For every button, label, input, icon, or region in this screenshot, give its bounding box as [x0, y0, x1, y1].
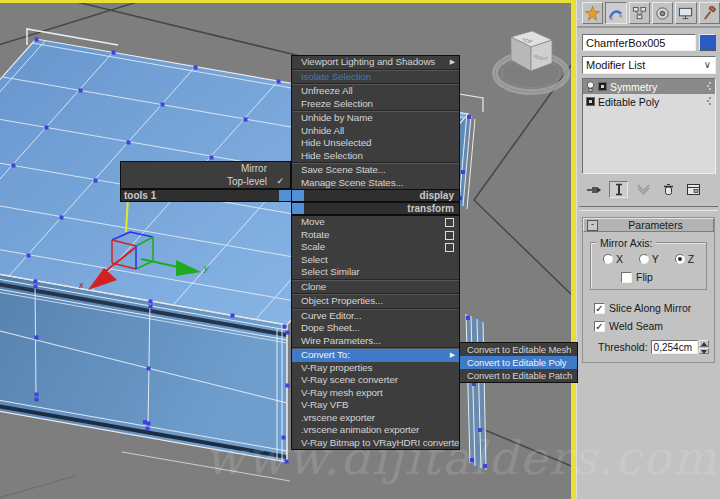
mirror-axis-group: Mirror Axis: X Y Z	[590, 242, 707, 290]
menu-item-convert-to-editable-poly[interactable]: Convert to Editable Poly	[460, 356, 577, 369]
menu-item-v-ray-scene-converter[interactable]: V-Ray scene converter	[292, 374, 459, 387]
pin-stack-button[interactable]	[584, 181, 603, 198]
flip-checkbox-row[interactable]: Flip	[621, 271, 702, 283]
menu-item-label: Mirror	[241, 163, 267, 174]
lightbulb-icon[interactable]	[586, 81, 595, 93]
menu-item-move[interactable]: Move	[292, 216, 459, 229]
menu-item-hide-selection[interactable]: Hide Selection	[292, 150, 459, 163]
settings-box-icon[interactable]	[445, 243, 454, 252]
submenu-arrow-icon: ▶	[450, 56, 455, 69]
menu-item-convert-to-editable-mesh[interactable]: Convert to Editable Mesh	[460, 343, 577, 356]
menu-item-scale[interactable]: Scale	[292, 241, 459, 254]
menu-item-unhide-all[interactable]: Unhide All	[292, 125, 459, 138]
mirror-axis-group-label: Mirror Axis:	[597, 237, 656, 249]
modifier-list-dropdown[interactable]: Modifier List ∨	[582, 56, 716, 74]
utilities-icon	[702, 6, 717, 21]
tab-modify[interactable]	[605, 2, 626, 24]
remove-modifier-button[interactable]	[659, 181, 678, 198]
menu-item-top-level[interactable]: Top-level ✓	[121, 175, 290, 188]
menu-item-v-ray-vfb[interactable]: V-Ray VFB	[292, 399, 459, 412]
tab-create[interactable]	[582, 2, 603, 24]
menu-item-label: Dope Sheet...	[301, 322, 360, 333]
menu-item-freeze-selection[interactable]: Freeze Selection	[292, 98, 459, 111]
panel-divider	[579, 206, 718, 211]
stack-row-editable-poly[interactable]: Editable Poly	[583, 94, 715, 109]
menu-item-convert-to[interactable]: Convert To:▶	[292, 349, 459, 362]
tab-row-divider	[577, 26, 720, 28]
settings-box-icon[interactable]	[445, 218, 454, 227]
radio-icon[interactable]	[603, 254, 613, 264]
radio-label: Y	[652, 253, 659, 265]
radio-z[interactable]: Z	[675, 253, 694, 265]
drag-dots	[704, 81, 712, 91]
make-unique-button[interactable]	[634, 181, 653, 198]
quad-title-tools1[interactable]: tools 1	[120, 189, 292, 202]
spinner-down-button[interactable]	[699, 348, 709, 355]
menu-item-vrscene-exporter[interactable]: .vrscene exporter	[292, 412, 459, 425]
menu-item-rotate[interactable]: Rotate	[292, 229, 459, 242]
slice-along-mirror-row[interactable]: ✓ Slice Along Mirror	[594, 302, 709, 314]
modifier-list-label: Modifier List	[586, 59, 645, 71]
quad-title-transform[interactable]: transform	[291, 202, 460, 215]
threshold-row: Threshold: 0,254cm	[598, 340, 709, 354]
menu-item-select[interactable]: Select	[292, 254, 459, 267]
create-icon	[585, 6, 600, 21]
checkbox-checked[interactable]: ✓	[594, 321, 605, 332]
menu-item-clone[interactable]: Clone	[292, 281, 459, 294]
radio-x[interactable]: X	[603, 253, 623, 265]
submenu-arrow-icon: ▶	[450, 349, 455, 362]
weld-seam-row[interactable]: ✓ Weld Seam	[594, 320, 709, 332]
checkbox-unchecked[interactable]	[621, 272, 632, 283]
show-end-result-button[interactable]	[609, 181, 628, 198]
menu-item-v-ray-mesh-export[interactable]: V-Ray mesh export	[292, 387, 459, 400]
settings-box-icon[interactable]	[445, 231, 454, 240]
checkbox-checked[interactable]: ✓	[594, 303, 605, 314]
menu-item-object-properties[interactable]: Object Properties...	[292, 295, 459, 308]
viewport-3d-scene[interactable]: x y TOP RIGHT	[0, 0, 576, 499]
menu-item-unfreeze-all[interactable]: Unfreeze All	[292, 85, 459, 98]
radio-y[interactable]: Y	[639, 253, 659, 265]
object-name-row: ChamferBox005	[582, 34, 716, 51]
menu-item-dope-sheet[interactable]: Dope Sheet...	[292, 322, 459, 335]
radio-icon-selected[interactable]	[675, 254, 685, 264]
stack-row-symmetry[interactable]: Symmetry	[583, 79, 715, 94]
object-name-field[interactable]: ChamferBox005	[582, 34, 696, 51]
modifier-icon	[598, 82, 607, 91]
menu-item-curve-editor[interactable]: Curve Editor...	[292, 310, 459, 323]
radio-label: X	[616, 253, 623, 265]
menu-item-select-similar[interactable]: Select Similar	[292, 266, 459, 279]
configure-modifier-sets-button[interactable]	[684, 181, 703, 198]
menu-item-vrscene-animation-exporter[interactable]: .vrscene animation exporter	[292, 424, 459, 437]
menu-item-label: .vrscene exporter	[301, 412, 375, 423]
collapse-icon[interactable]: -	[587, 220, 598, 231]
menu-item-hide-unselected[interactable]: Hide Unselected	[292, 137, 459, 150]
menu-item-label: Hide Unselected	[301, 137, 371, 148]
threshold-input[interactable]: 0,254cm	[651, 340, 698, 354]
radio-icon[interactable]	[639, 254, 649, 264]
quad-menu-display: Viewport Lighting and Shadows▶Isolate Se…	[291, 55, 460, 190]
menu-item-wire-parameters[interactable]: Wire Parameters...	[292, 335, 459, 348]
tab-motion[interactable]	[652, 2, 673, 24]
menu-item-save-scene-state[interactable]: Save Scene State...	[292, 164, 459, 177]
gizmo-y-label: y	[203, 263, 209, 273]
menu-item-unhide-by-name[interactable]: Unhide by Name	[292, 112, 459, 125]
menu-item-isolate-selection[interactable]: Isolate Selection	[292, 71, 459, 84]
tab-utilities[interactable]	[699, 2, 720, 24]
menu-item-mirror[interactable]: Mirror	[121, 162, 290, 175]
menu-item-convert-to-editable-patch[interactable]: Convert to Editable Patch	[460, 369, 577, 382]
menu-item-label: Curve Editor...	[301, 310, 362, 321]
tab-hierarchy[interactable]	[629, 2, 650, 24]
check-icon: ✓	[276, 175, 284, 188]
spinner-up-button[interactable]	[699, 340, 709, 347]
tab-display[interactable]	[675, 2, 696, 24]
menu-item-label: Move	[301, 216, 325, 227]
menu-item-v-ray-bitmap-to-vrayhdri-converter[interactable]: V-Ray Bitmap to VRayHDRI converter	[292, 437, 459, 450]
menu-item-manage-scene-states[interactable]: Manage Scene States...	[292, 177, 459, 190]
parameters-rollout-header[interactable]: - Parameters	[583, 218, 714, 232]
menu-item-label: V-Ray VFB	[301, 399, 349, 410]
menu-item-viewport-lighting-and-shadows[interactable]: Viewport Lighting and Shadows▶	[292, 56, 459, 69]
menu-item-label: Unfreeze All	[301, 85, 353, 96]
quad-title-display[interactable]: display	[291, 189, 460, 202]
menu-item-v-ray-properties[interactable]: V-Ray properties	[292, 362, 459, 375]
object-color-swatch[interactable]	[699, 34, 716, 51]
